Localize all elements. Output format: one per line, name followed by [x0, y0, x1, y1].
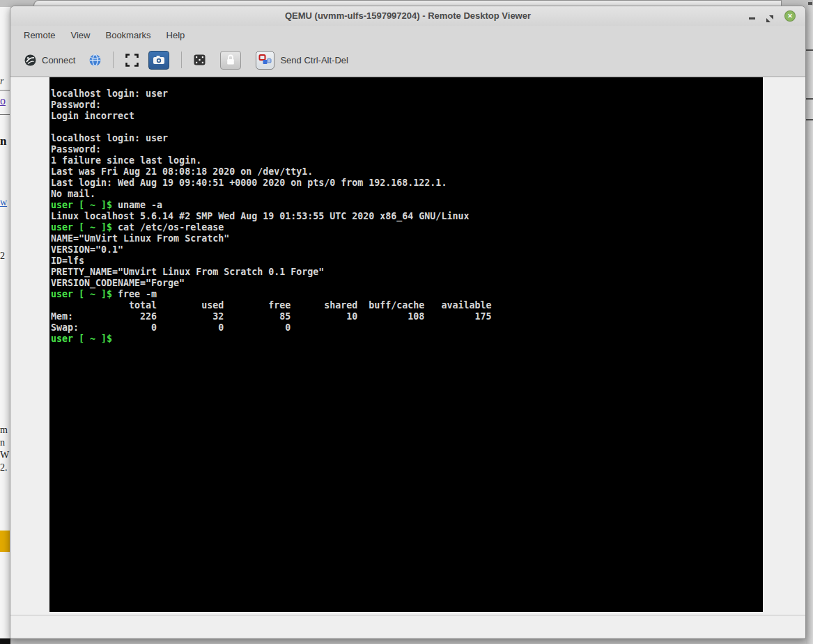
ctrl-alt-del-keys-icon: [256, 51, 274, 70]
keys-icon: [258, 54, 272, 67]
background-text-fragment: n: [0, 437, 5, 448]
terminal-line: localhost login: user: [49, 88, 763, 100]
terminal-line: user [ ~ ]$ uname -a: [49, 200, 763, 211]
background-yellow-bar: [0, 531, 10, 552]
globe-dark-icon: [24, 54, 36, 66]
terminal-line: [49, 77, 763, 88]
send-ctrl-alt-del-label: Send Ctrl-Alt-Del: [280, 55, 348, 65]
toolbar: Connect: [10, 44, 805, 77]
terminal-line: user [ ~ ]$ free -m: [49, 289, 763, 300]
terminal-line: VERSION="0.1": [49, 244, 763, 256]
menu-bookmarks[interactable]: Bookmarks: [98, 27, 158, 43]
terminal-line: user [ ~ ]$ cat /etc/os-release: [49, 222, 763, 233]
background-text-fragment: W: [0, 450, 9, 461]
terminal-line: user [ ~ ]$: [49, 333, 763, 345]
restore-icon: [766, 15, 773, 22]
terminal-line: total used free shared buff/cache availa…: [49, 300, 763, 311]
connect-label: Connect: [42, 55, 75, 65]
camera-icon: [153, 55, 165, 65]
terminal-line: VERSION_CODENAME="Forge": [49, 278, 763, 289]
globe-blue-icon: [89, 54, 101, 66]
remote-desktop-viewer-window: QEMU (uvmm-ulfs-1597997204) - Remote Des…: [10, 6, 806, 639]
terminal-line: [49, 122, 763, 133]
lock-icon: [226, 54, 235, 65]
background-black-bar: [0, 638, 10, 644]
terminal-screen[interactable]: localhost login: userPassword:Login inco…: [49, 77, 763, 612]
scaling-button[interactable]: [194, 54, 206, 65]
fullscreen-icon: [125, 54, 139, 67]
terminal-line: ID=lfs: [49, 256, 763, 267]
terminal-line: No mail.: [49, 189, 763, 200]
background-text-fragment: o: [0, 95, 6, 107]
menu-view[interactable]: View: [63, 27, 98, 43]
terminal-line: Password:: [49, 144, 763, 155]
terminal-line: NAME="UmVirt Linux From Scratch": [49, 233, 763, 244]
terminal-line: localhost login: user: [49, 133, 763, 144]
terminal-line: 1 failure since last login.: [49, 155, 763, 166]
screenshot-button[interactable]: [148, 51, 169, 70]
background-text-fragment: r: [0, 76, 3, 87]
terminal-line: Mem: 226 32 85 10 108 175: [49, 311, 763, 322]
fullscreen-button[interactable]: [125, 54, 139, 67]
menu-remote[interactable]: Remote: [16, 27, 63, 43]
background-window-corner-mark: [808, 2, 812, 5]
toolbar-separator: [181, 52, 182, 68]
titlebar[interactable]: QEMU (uvmm-ulfs-1597997204) - Remote Des…: [10, 6, 805, 26]
send-ctrl-alt-del-button[interactable]: Send Ctrl-Alt-Del: [250, 48, 354, 72]
background-rule: [0, 90, 10, 91]
background-text-fragment: n: [0, 134, 6, 148]
terminal-line: Linux localhost 5.6.14 #2 SMP Wed Aug 19…: [49, 211, 763, 222]
remote-display-viewport: localhost login: userPassword:Login inco…: [10, 77, 805, 615]
window-controls: ✕: [749, 6, 796, 26]
scrollbar-mark: [806, 98, 813, 100]
restore-button[interactable]: [766, 13, 773, 19]
desktop: ronw2mnW2. QEMU (uvmm-ulfs-1597997204) -…: [0, 0, 813, 644]
menu-help[interactable]: Help: [159, 27, 193, 43]
terminal-line: PRETTY_NAME="Umvirt Linux From Scratch 0…: [49, 267, 763, 278]
statusbar: [10, 615, 805, 638]
connect-button[interactable]: Connect: [19, 52, 81, 69]
toolbar-separator: [113, 52, 114, 68]
background-text-fragment: 2.: [0, 462, 8, 473]
background-page-scrollbar: [806, 6, 813, 644]
background-page-left-strip: ronw2mnW2.: [0, 7, 10, 644]
terminal-line: Last was Fri Aug 21 08:08:18 2020 on /de…: [49, 166, 763, 178]
view-only-button[interactable]: [220, 51, 241, 70]
scrollbar-mark: [806, 49, 813, 51]
background-text-fragment: m: [0, 425, 8, 436]
background-text-fragment: 2: [0, 251, 5, 262]
scaling-icon: [194, 54, 206, 65]
terminal-line: Swap: 0 0 0: [49, 322, 763, 333]
terminal-line: Password:: [49, 100, 763, 111]
close-icon: ✕: [787, 13, 793, 19]
window-title: QEMU (uvmm-ulfs-1597997204) - Remote Des…: [10, 10, 805, 21]
close-button[interactable]: ✕: [784, 10, 796, 22]
background-rule: [0, 114, 10, 115]
open-remote-button[interactable]: [89, 54, 101, 66]
scrollbar-mark: [806, 119, 813, 120]
terminal-line: Login incorrect: [49, 111, 763, 122]
terminal-line: Last login: Wed Aug 19 09:40:51 +0000 20…: [49, 178, 763, 189]
background-text-fragment: w: [0, 197, 7, 208]
menubar: Remote View Bookmarks Help: [10, 26, 805, 44]
minimize-button[interactable]: [749, 17, 755, 19]
